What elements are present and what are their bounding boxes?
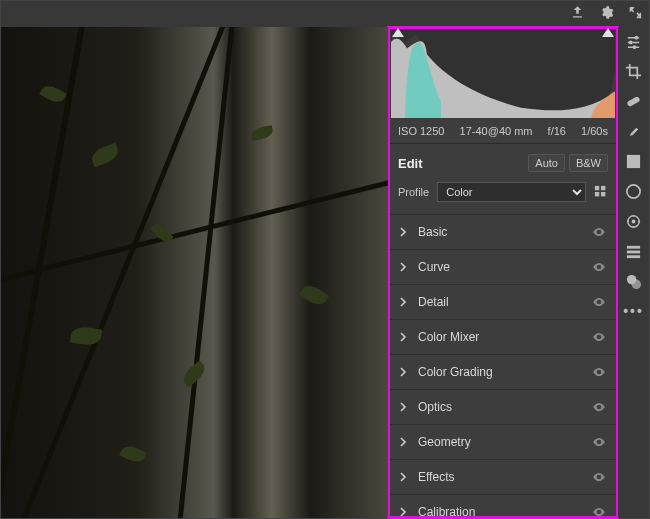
chevron-right-icon (398, 297, 408, 307)
svg-point-17 (632, 280, 641, 289)
tool-strip: ••• (618, 27, 649, 518)
chevron-right-icon (398, 332, 408, 342)
adjust-sliders-icon[interactable] (625, 33, 642, 50)
section-curve[interactable]: Curve (388, 249, 618, 284)
gear-icon[interactable] (599, 5, 614, 23)
bw-button[interactable]: B&W (569, 154, 608, 172)
svg-rect-1 (595, 186, 599, 190)
section-list: BasicCurveDetailColor MixerColor Grading… (388, 214, 618, 518)
svg-rect-8 (626, 96, 640, 108)
chevron-right-icon (398, 402, 408, 412)
meta-lens: 17-40@40 mm (460, 125, 533, 137)
visibility-icon[interactable] (592, 225, 606, 239)
crop-icon[interactable] (625, 63, 642, 80)
svg-rect-15 (627, 255, 640, 258)
visibility-icon[interactable] (592, 400, 606, 414)
visibility-icon[interactable] (592, 365, 606, 379)
app-topbar (1, 1, 649, 27)
visibility-icon[interactable] (592, 260, 606, 274)
section-color-mixer[interactable]: Color Mixer (388, 319, 618, 354)
svg-rect-3 (595, 192, 599, 196)
radial-gradient-icon[interactable] (625, 183, 642, 200)
expand-icon[interactable] (628, 5, 643, 23)
shadow-clip-icon[interactable] (392, 28, 404, 37)
section-color-grading[interactable]: Color Grading (388, 354, 618, 389)
chevron-right-icon (398, 367, 408, 377)
share-icon[interactable] (570, 5, 585, 23)
meta-iso: ISO 1250 (398, 125, 444, 137)
section-detail[interactable]: Detail (388, 284, 618, 319)
visibility-icon[interactable] (592, 295, 606, 309)
panel-title: Edit (398, 156, 524, 171)
svg-rect-4 (601, 192, 605, 196)
section-basic[interactable]: Basic (388, 214, 618, 249)
brush-icon[interactable] (625, 123, 642, 140)
chevron-right-icon (398, 507, 408, 517)
section-label: Color Mixer (418, 330, 592, 344)
section-label: Effects (418, 470, 592, 484)
section-label: Color Grading (418, 365, 592, 379)
chevron-right-icon (398, 227, 408, 237)
histogram[interactable] (391, 30, 615, 118)
section-label: Geometry (418, 435, 592, 449)
profile-label: Profile (398, 186, 429, 198)
chevron-right-icon (398, 262, 408, 272)
auto-button[interactable]: Auto (528, 154, 565, 172)
presets-icon[interactable] (625, 243, 642, 260)
svg-point-6 (629, 41, 633, 45)
section-label: Optics (418, 400, 592, 414)
edit-panel: ISO 1250 17-40@40 mm f/16 1/60s Edit Aut… (388, 27, 618, 518)
svg-point-10 (627, 185, 640, 198)
visibility-icon[interactable] (592, 435, 606, 449)
chevron-right-icon (398, 437, 408, 447)
svg-point-12 (632, 220, 636, 224)
linear-gradient-icon[interactable] (625, 153, 642, 170)
section-calibration[interactable]: Calibration (388, 494, 618, 518)
section-geometry[interactable]: Geometry (388, 424, 618, 459)
svg-rect-2 (601, 186, 605, 190)
profile-browser-icon[interactable] (594, 185, 608, 199)
swatch-icon[interactable] (625, 273, 642, 290)
profile-select[interactable]: Color (437, 182, 586, 202)
section-optics[interactable]: Optics (388, 389, 618, 424)
visibility-icon[interactable] (592, 505, 606, 518)
image-canvas[interactable] (1, 27, 388, 518)
more-tools-icon[interactable]: ••• (623, 303, 644, 319)
section-label: Detail (418, 295, 592, 309)
visibility-icon[interactable] (592, 470, 606, 484)
svg-rect-14 (627, 251, 640, 254)
svg-rect-9 (627, 155, 640, 168)
svg-point-5 (634, 36, 638, 40)
edit-header: Edit Auto B&W (388, 144, 618, 180)
highlight-clip-icon[interactable] (602, 28, 614, 37)
meta-shutter: 1/60s (581, 125, 608, 137)
red-eye-icon[interactable] (625, 213, 642, 230)
chevron-right-icon (398, 472, 408, 482)
svg-rect-13 (627, 246, 640, 249)
visibility-icon[interactable] (592, 330, 606, 344)
metadata-row: ISO 1250 17-40@40 mm f/16 1/60s (388, 121, 618, 144)
profile-row: Profile Color (388, 180, 618, 214)
section-label: Basic (418, 225, 592, 239)
meta-aperture: f/16 (548, 125, 566, 137)
svg-point-7 (633, 45, 637, 49)
section-label: Curve (418, 260, 592, 274)
healing-brush-icon[interactable] (625, 93, 642, 110)
section-effects[interactable]: Effects (388, 459, 618, 494)
section-label: Calibration (418, 505, 592, 518)
